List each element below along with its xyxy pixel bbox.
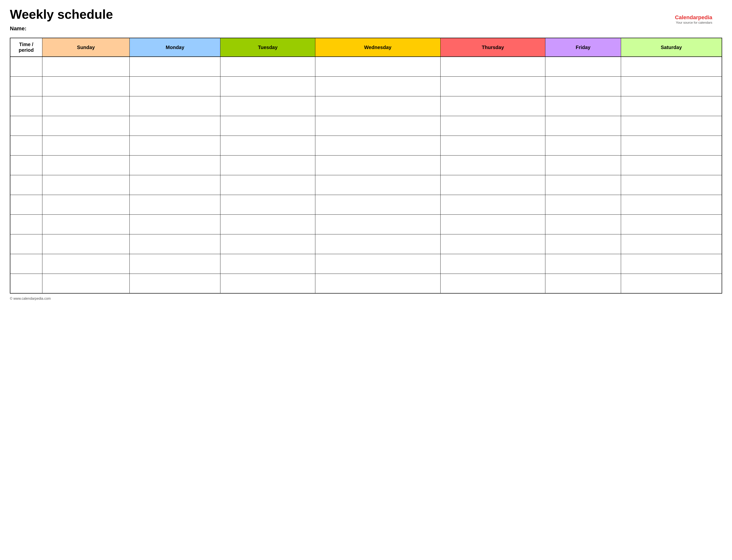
- day-cell[interactable]: [42, 274, 130, 293]
- day-cell[interactable]: [440, 76, 545, 96]
- day-cell[interactable]: [315, 175, 440, 195]
- day-cell[interactable]: [130, 76, 220, 96]
- day-cell[interactable]: [220, 136, 315, 155]
- day-cell[interactable]: [545, 214, 621, 234]
- day-cell[interactable]: [220, 195, 315, 214]
- day-cell[interactable]: [315, 155, 440, 175]
- day-cell[interactable]: [545, 96, 621, 116]
- day-cell[interactable]: [621, 274, 722, 293]
- day-cell[interactable]: [621, 214, 722, 234]
- logo-accent: pedia: [698, 14, 712, 20]
- day-cell[interactable]: [545, 155, 621, 175]
- time-cell[interactable]: [10, 175, 42, 195]
- day-cell[interactable]: [220, 155, 315, 175]
- time-cell[interactable]: [10, 254, 42, 274]
- day-cell[interactable]: [440, 175, 545, 195]
- day-cell[interactable]: [220, 57, 315, 76]
- day-cell[interactable]: [42, 57, 130, 76]
- day-cell[interactable]: [220, 175, 315, 195]
- col-header-saturday: Saturday: [621, 38, 722, 57]
- day-cell[interactable]: [440, 96, 545, 116]
- day-cell[interactable]: [315, 136, 440, 155]
- day-cell[interactable]: [220, 274, 315, 293]
- day-cell[interactable]: [42, 175, 130, 195]
- day-cell[interactable]: [621, 234, 722, 254]
- day-cell[interactable]: [315, 195, 440, 214]
- day-cell[interactable]: [130, 195, 220, 214]
- day-cell[interactable]: [42, 214, 130, 234]
- day-cell[interactable]: [42, 136, 130, 155]
- day-cell[interactable]: [621, 116, 722, 136]
- day-cell[interactable]: [42, 76, 130, 96]
- time-cell[interactable]: [10, 234, 42, 254]
- day-cell[interactable]: [42, 254, 130, 274]
- day-cell[interactable]: [42, 96, 130, 116]
- day-cell[interactable]: [42, 234, 130, 254]
- day-cell[interactable]: [621, 254, 722, 274]
- day-cell[interactable]: [130, 155, 220, 175]
- day-cell[interactable]: [42, 195, 130, 214]
- day-cell[interactable]: [315, 76, 440, 96]
- day-cell[interactable]: [621, 155, 722, 175]
- day-cell[interactable]: [545, 76, 621, 96]
- time-cell[interactable]: [10, 195, 42, 214]
- day-cell[interactable]: [440, 57, 545, 76]
- day-cell[interactable]: [42, 116, 130, 136]
- day-cell[interactable]: [130, 136, 220, 155]
- day-cell[interactable]: [621, 175, 722, 195]
- day-cell[interactable]: [130, 254, 220, 274]
- day-cell[interactable]: [440, 136, 545, 155]
- day-cell[interactable]: [42, 155, 130, 175]
- day-cell[interactable]: [220, 76, 315, 96]
- time-cell[interactable]: [10, 274, 42, 293]
- day-cell[interactable]: [621, 96, 722, 116]
- day-cell[interactable]: [130, 57, 220, 76]
- day-cell[interactable]: [545, 195, 621, 214]
- day-cell[interactable]: [545, 254, 621, 274]
- time-cell[interactable]: [10, 155, 42, 175]
- day-cell[interactable]: [440, 116, 545, 136]
- day-cell[interactable]: [220, 116, 315, 136]
- schedule-body: [10, 57, 722, 293]
- time-cell[interactable]: [10, 76, 42, 96]
- day-cell[interactable]: [130, 234, 220, 254]
- day-cell[interactable]: [315, 254, 440, 274]
- time-cell[interactable]: [10, 57, 42, 76]
- time-cell[interactable]: [10, 136, 42, 155]
- day-cell[interactable]: [440, 195, 545, 214]
- day-cell[interactable]: [440, 274, 545, 293]
- day-cell[interactable]: [545, 175, 621, 195]
- time-cell[interactable]: [10, 214, 42, 234]
- table-row: [10, 175, 722, 195]
- day-cell[interactable]: [315, 214, 440, 234]
- day-cell[interactable]: [315, 234, 440, 254]
- day-cell[interactable]: [130, 116, 220, 136]
- day-cell[interactable]: [315, 96, 440, 116]
- day-cell[interactable]: [440, 234, 545, 254]
- day-cell[interactable]: [220, 254, 315, 274]
- day-cell[interactable]: [220, 214, 315, 234]
- day-cell[interactable]: [545, 57, 621, 76]
- day-cell[interactable]: [315, 274, 440, 293]
- day-cell[interactable]: [621, 195, 722, 214]
- day-cell[interactable]: [545, 116, 621, 136]
- day-cell[interactable]: [130, 96, 220, 116]
- day-cell[interactable]: [621, 76, 722, 96]
- day-cell[interactable]: [130, 214, 220, 234]
- day-cell[interactable]: [545, 234, 621, 254]
- day-cell[interactable]: [220, 96, 315, 116]
- day-cell[interactable]: [130, 274, 220, 293]
- day-cell[interactable]: [440, 155, 545, 175]
- day-cell[interactable]: [315, 57, 440, 76]
- day-cell[interactable]: [440, 214, 545, 234]
- day-cell[interactable]: [545, 274, 621, 293]
- day-cell[interactable]: [545, 136, 621, 155]
- day-cell[interactable]: [220, 234, 315, 254]
- time-cell[interactable]: [10, 96, 42, 116]
- day-cell[interactable]: [130, 175, 220, 195]
- day-cell[interactable]: [315, 116, 440, 136]
- day-cell[interactable]: [440, 254, 545, 274]
- day-cell[interactable]: [621, 57, 722, 76]
- day-cell[interactable]: [621, 136, 722, 155]
- time-cell[interactable]: [10, 116, 42, 136]
